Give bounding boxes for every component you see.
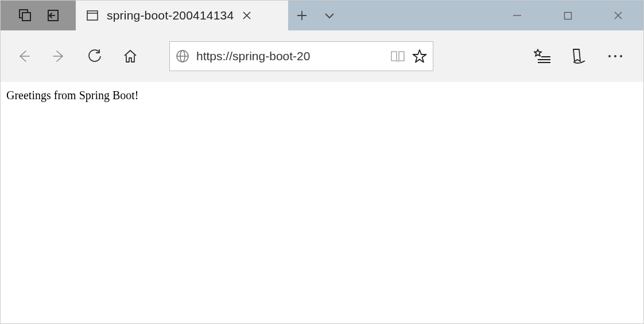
titlebar: spring-boot-200414134 (1, 1, 643, 30)
browser-tab[interactable]: spring-boot-200414134 (76, 1, 288, 30)
reading-view-icon[interactable] (390, 49, 405, 63)
svg-point-14 (614, 55, 616, 57)
set-aside-tabs-icon[interactable] (43, 8, 59, 23)
tab-strip-actions (288, 1, 343, 30)
svg-rect-1 (22, 13, 30, 21)
notes-icon[interactable] (571, 48, 586, 64)
page-icon (86, 9, 99, 22)
tab-title: spring-boot-200414134 (107, 9, 234, 22)
svg-point-13 (608, 55, 611, 57)
page-content: Greetings from Spring Boot! (1, 82, 643, 109)
tab-dropdown-button[interactable] (316, 1, 343, 30)
refresh-button[interactable] (86, 47, 104, 65)
globe-icon (176, 49, 189, 63)
toolbar-right (533, 48, 634, 64)
favorites-list-icon[interactable] (533, 49, 550, 64)
more-menu-icon[interactable] (607, 53, 624, 59)
nav-group (10, 47, 146, 65)
forward-button[interactable] (50, 47, 68, 65)
home-button[interactable] (121, 47, 139, 65)
address-bar[interactable] (169, 41, 433, 71)
close-tab-icon[interactable] (242, 10, 252, 21)
url-input[interactable] (196, 49, 383, 63)
favorite-star-icon[interactable] (412, 49, 427, 64)
titlebar-left-tools (1, 1, 76, 30)
tab-actions-icon[interactable] (18, 8, 33, 23)
maximize-button[interactable] (542, 1, 593, 30)
window-controls (492, 1, 643, 30)
page-body-text: Greetings from Spring Boot! (6, 89, 139, 102)
new-tab-button[interactable] (288, 1, 316, 30)
close-window-button[interactable] (593, 1, 643, 30)
svg-rect-3 (87, 11, 98, 20)
back-button[interactable] (14, 47, 33, 65)
svg-point-15 (620, 55, 622, 57)
toolbar (1, 30, 643, 82)
svg-rect-6 (564, 12, 571, 19)
minimize-button[interactable] (492, 1, 542, 30)
